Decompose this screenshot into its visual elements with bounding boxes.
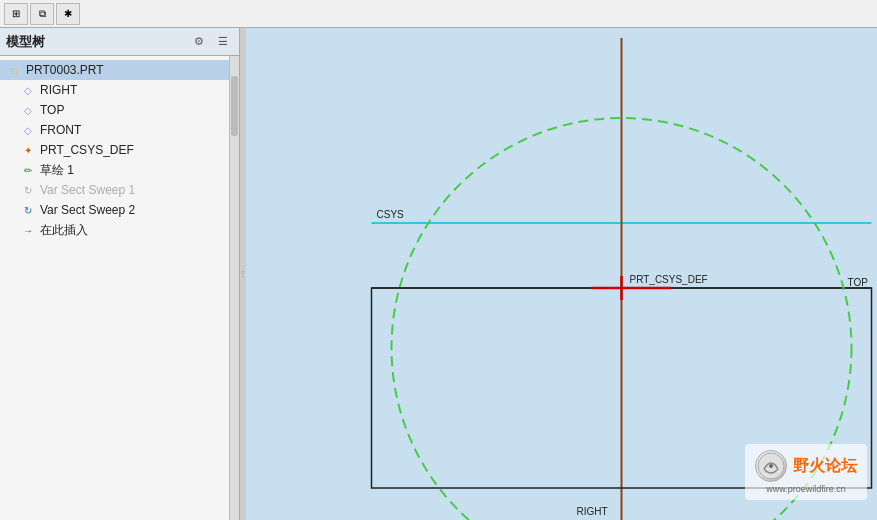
tree-item-label: Var Sect Sweep 2 [40, 203, 135, 217]
svg-text:CSYS: CSYS [377, 209, 405, 220]
watermark-site: 野火论坛 [793, 456, 857, 477]
watermark: 野火论坛 www.proewildfire.cn [745, 444, 867, 500]
svg-point-12 [769, 464, 773, 468]
tree-item-front[interactable]: ◇FRONT [0, 120, 229, 140]
folder-icon: □ [6, 62, 22, 78]
main-area: 模型树 ⚙ ☰ □PRT0003.PRT◇RIGHT◇TOP◇FRONT✦PRT… [0, 28, 877, 520]
csys-icon: ✦ [20, 142, 36, 158]
watermark-icon [755, 450, 787, 482]
left-panel: 模型树 ⚙ ☰ □PRT0003.PRT◇RIGHT◇TOP◇FRONT✦PRT… [0, 28, 240, 520]
tree-item-label: PRT_CSYS_DEF [40, 143, 134, 157]
tree-item-label: Var Sect Sweep 1 [40, 183, 135, 197]
tree-item-sweep2[interactable]: ↻Var Sect Sweep 2 [0, 200, 229, 220]
tree-item-label: PRT0003.PRT [26, 63, 104, 77]
model-tree-header: 模型树 ⚙ ☰ [0, 28, 239, 56]
plane-icon: ◇ [20, 102, 36, 118]
tree-item-csys[interactable]: ✦PRT_CSYS_DEF [0, 140, 229, 160]
grid-button[interactable]: ⊞ [4, 3, 28, 25]
svg-text:PRT_CSYS_DEF: PRT_CSYS_DEF [630, 274, 708, 285]
tree-item-label: RIGHT [40, 83, 77, 97]
tree-item-top[interactable]: ◇TOP [0, 100, 229, 120]
star-button[interactable]: ✱ [56, 3, 80, 25]
copy-button[interactable]: ⧉ [30, 3, 54, 25]
tree-menu-btn[interactable]: ☰ [213, 32, 233, 52]
tree-scroll-thumb[interactable] [231, 76, 238, 136]
tree-item-label: TOP [40, 103, 64, 117]
tree-item-sweep1[interactable]: ↻Var Sect Sweep 1 [0, 180, 229, 200]
viewport[interactable]: PRT_CSYS_DEF TOP RIGHT CSYS 野火 [246, 28, 877, 520]
tree-item-label: FRONT [40, 123, 81, 137]
tree-content: □PRT0003.PRT◇RIGHT◇TOP◇FRONT✦PRT_CSYS_DE… [0, 56, 229, 520]
plane-icon: ◇ [20, 122, 36, 138]
tree-item-label: 草绘 1 [40, 162, 74, 179]
tree-item-right[interactable]: ◇RIGHT [0, 80, 229, 100]
sketch-icon: ✏ [20, 162, 36, 178]
tree-scrollbar[interactable] [229, 56, 239, 520]
tree-item-sketch1[interactable]: ✏草绘 1 [0, 160, 229, 180]
tree-item-label: 在此插入 [40, 222, 88, 239]
model-tree-title: 模型树 [6, 33, 185, 51]
top-toolbar: ⊞ ⧉ ✱ [0, 0, 877, 28]
svg-text:TOP: TOP [848, 277, 869, 288]
watermark-url: www.proewildfire.cn [766, 484, 846, 494]
tree-settings-btn[interactable]: ⚙ [189, 32, 209, 52]
sweep-active-icon: ↻ [20, 202, 36, 218]
tree-item-prt0003[interactable]: □PRT0003.PRT [0, 60, 229, 80]
sweep-icon: ↻ [20, 182, 36, 198]
watermark-logo: 野火论坛 [755, 450, 857, 482]
tree-item-insert[interactable]: →在此插入 [0, 220, 229, 240]
plane-icon: ◇ [20, 82, 36, 98]
insert-icon: → [20, 222, 36, 238]
svg-text:RIGHT: RIGHT [577, 506, 608, 517]
